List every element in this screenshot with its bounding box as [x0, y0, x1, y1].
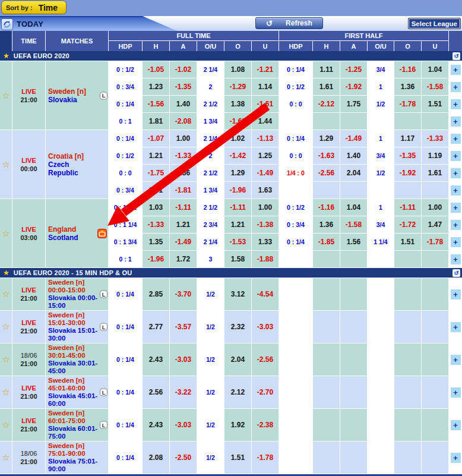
odds-cell[interactable]: -1.33	[143, 216, 169, 233]
odds-cell[interactable]: 1.47	[422, 216, 448, 233]
odds-cell[interactable]: 1.72	[170, 251, 197, 267]
odds-cell[interactable]: 1.29	[224, 165, 251, 181]
select-league-button[interactable]: Select League	[408, 18, 461, 29]
favorite-star[interactable]: ☆	[0, 376, 12, 408]
odds-cell[interactable]: -1.49	[340, 130, 367, 147]
odds-cell[interactable]: 1.40	[170, 96, 197, 112]
more-bets-button[interactable]: +	[451, 151, 461, 161]
odds-cell[interactable]: -1.07	[143, 130, 169, 147]
odds-cell[interactable]: -1.92	[340, 78, 367, 95]
odds-cell[interactable]: -1.33	[170, 147, 197, 164]
league-refresh-icon[interactable]: ↻	[452, 269, 460, 277]
more-bets-button[interactable]: +	[451, 82, 461, 92]
odds-cell[interactable]: 1.75	[340, 96, 367, 112]
odds-cell[interactable]: -1.35	[394, 147, 421, 164]
odds-cell[interactable]: -1.16	[313, 199, 340, 216]
odds-cell[interactable]: -1.96	[224, 182, 251, 198]
odds-cell[interactable]: -1.78	[252, 442, 279, 474]
odds-cell[interactable]: 2.43	[143, 343, 169, 376]
odds-cell[interactable]: 2.32	[224, 311, 251, 343]
odds-cell[interactable]: -1.61	[252, 96, 279, 112]
odds-cell[interactable]: -1.58	[340, 216, 367, 233]
odds-cell[interactable]: -1.69	[224, 113, 251, 130]
odds-cell[interactable]: 1.40	[340, 147, 367, 164]
favorite-star[interactable]: ☆	[0, 130, 12, 198]
odds-cell[interactable]: -1.96	[143, 251, 169, 267]
more-bets-button[interactable]: +	[451, 289, 461, 300]
odds-cell[interactable]: -3.70	[170, 278, 197, 310]
odds-cell[interactable]: -3.03	[170, 343, 197, 376]
more-bets-button[interactable]: +	[451, 185, 461, 196]
odds-cell[interactable]: 1.38	[224, 96, 251, 112]
odds-cell[interactable]: 1.08	[224, 61, 251, 78]
odds-cell[interactable]: 2.12	[224, 376, 251, 408]
odds-cell[interactable]: -1.11	[170, 199, 197, 216]
more-bets-button[interactable]: +	[451, 453, 461, 463]
odds-cell[interactable]: -1.78	[422, 234, 448, 250]
more-bets-button[interactable]: +	[451, 322, 461, 332]
odds-cell[interactable]: -1.78	[394, 96, 421, 112]
odds-cell[interactable]: -3.03	[252, 311, 279, 343]
odds-cell[interactable]: -1.21	[252, 61, 279, 78]
odds-cell[interactable]: 1.61	[313, 78, 340, 95]
odds-cell[interactable]: -1.92	[394, 165, 421, 181]
odds-cell[interactable]: 1.36	[394, 78, 421, 95]
more-bets-button[interactable]: +	[451, 116, 461, 127]
odds-cell[interactable]: -3.22	[170, 376, 197, 408]
odds-cell[interactable]: 2.77	[143, 311, 169, 343]
odds-cell[interactable]: 1.56	[340, 234, 367, 250]
odds-cell[interactable]: 1.61	[143, 182, 169, 198]
odds-cell[interactable]: -1.75	[143, 165, 169, 181]
favorite-star[interactable]: ☆	[0, 199, 12, 267]
odds-cell[interactable]: 1.44	[252, 113, 279, 130]
odds-cell[interactable]: -1.25	[340, 61, 367, 78]
favorite-star[interactable]: ☆	[0, 343, 12, 376]
favorite-star[interactable]: ☆	[0, 442, 12, 474]
odds-cell[interactable]: -1.56	[143, 96, 169, 112]
odds-cell[interactable]: 1.23	[143, 78, 169, 95]
odds-cell[interactable]: 1.51	[422, 96, 448, 112]
odds-cell[interactable]: 1.51	[224, 442, 251, 474]
odds-cell[interactable]: -2.56	[313, 165, 340, 181]
odds-cell[interactable]: -1.85	[313, 234, 340, 250]
more-bets-button[interactable]: +	[451, 254, 461, 264]
more-bets-button[interactable]: +	[451, 237, 461, 247]
more-bets-button[interactable]: +	[451, 65, 461, 75]
odds-cell[interactable]: -4.54	[252, 278, 279, 310]
odds-cell[interactable]: -1.81	[170, 182, 197, 198]
odds-cell[interactable]: 1.61	[422, 165, 448, 181]
odds-cell[interactable]: 1.04	[422, 61, 448, 78]
odds-cell[interactable]: 1.19	[422, 147, 448, 164]
odds-cell[interactable]: 1.00	[252, 199, 279, 216]
odds-cell[interactable]: 1.81	[143, 113, 169, 130]
tab-today[interactable]: TODAY	[0, 16, 178, 31]
odds-cell[interactable]: -1.33	[422, 130, 448, 147]
odds-cell[interactable]: 1.56	[170, 165, 197, 181]
odds-cell[interactable]: -1.02	[170, 61, 197, 78]
league-refresh-icon[interactable]: ↻	[452, 52, 460, 60]
odds-cell[interactable]: -1.35	[170, 78, 197, 95]
odds-cell[interactable]: -1.16	[394, 61, 421, 78]
more-bets-button[interactable]: +	[451, 387, 461, 398]
odds-cell[interactable]: 1.36	[313, 216, 340, 233]
odds-cell[interactable]: -1.29	[224, 78, 251, 95]
odds-cell[interactable]: -1.49	[252, 165, 279, 181]
odds-cell[interactable]: -1.11	[224, 199, 251, 216]
odds-cell[interactable]: 3.12	[224, 278, 251, 310]
more-bets-button[interactable]: +	[451, 134, 461, 144]
odds-cell[interactable]: -1.05	[143, 61, 169, 78]
odds-cell[interactable]: 2.43	[143, 409, 169, 441]
odds-cell[interactable]: -3.57	[170, 311, 197, 343]
odds-cell[interactable]: 2.04	[224, 343, 251, 376]
odds-cell[interactable]: 2.56	[143, 376, 169, 408]
odds-cell[interactable]: 2.85	[143, 278, 169, 310]
league-header-bar[interactable]: ★UEFA EURO 2020 - 15 MIN HDP & OU↻	[0, 268, 462, 278]
odds-cell[interactable]: -1.49	[170, 234, 197, 250]
odds-cell[interactable]: 2.08	[143, 442, 169, 474]
odds-cell[interactable]: -1.53	[224, 234, 251, 250]
favorite-star[interactable]: ☆	[0, 61, 12, 130]
odds-cell[interactable]: 1.21	[170, 216, 197, 233]
odds-cell[interactable]: 1.51	[394, 234, 421, 250]
odds-cell[interactable]: 1.58	[224, 251, 251, 267]
league-header-bar[interactable]: ★UEFA EURO 2020↻	[0, 51, 462, 61]
